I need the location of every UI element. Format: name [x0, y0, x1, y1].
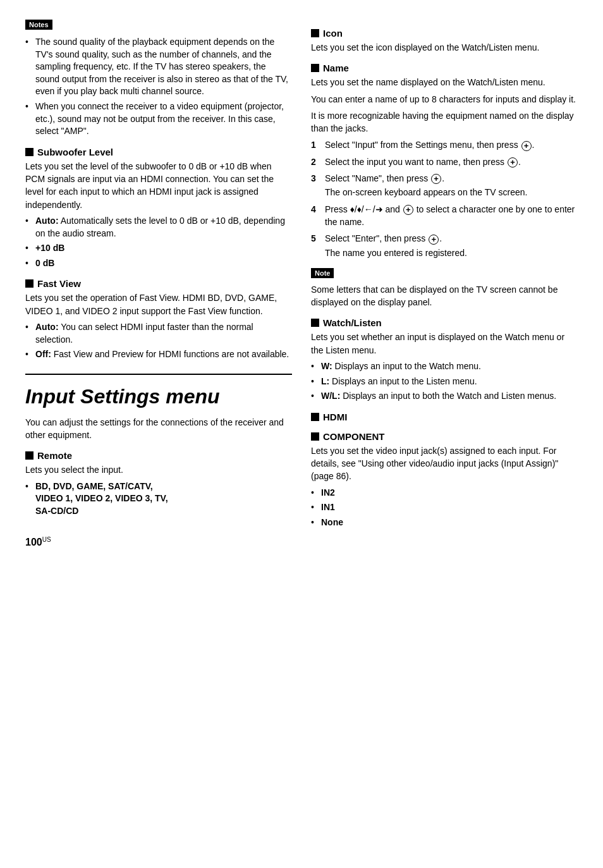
hdmi-icon — [311, 413, 319, 421]
wl-l: L: Displays an input to the Listen menu. — [311, 376, 578, 388]
name-section: Name Lets you set the name displayed on … — [311, 63, 578, 259]
subwoofer-bullet-list: Auto: Automatically sets the level to 0 … — [25, 215, 292, 269]
comp-in2: IN2 — [311, 487, 578, 499]
circle-plus-3: + — [431, 174, 441, 184]
subwoofer-section: Subwoofer Level Lets you set the level o… — [25, 147, 292, 270]
name-steps-list: Select "Input" from the Settings menu, t… — [311, 138, 578, 259]
subwoofer-heading: Subwoofer Level — [25, 147, 292, 157]
subwoofer-icon — [25, 148, 34, 156]
name-text3: It is more recognizable having the equip… — [311, 109, 578, 135]
component-icon — [311, 432, 319, 441]
circle-plus-4: + — [403, 205, 413, 215]
step-3: Select "Name", then press +. The on-scre… — [311, 172, 578, 199]
fastview-heading: Fast View — [25, 278, 292, 289]
right-column: Icon Lets you set the icon displayed on … — [311, 19, 578, 549]
watchlisten-text: Lets you set whether an input is display… — [311, 331, 578, 357]
note-item-2: When you connect the receiver to a video… — [25, 101, 292, 138]
left-column: Notes The sound quality of the playback … — [25, 19, 292, 549]
remote-heading: Remote — [25, 450, 292, 461]
step-5: Select "Enter", then press +. The name y… — [311, 232, 578, 259]
sub-10db: +10 dB — [25, 242, 292, 255]
subwoofer-text: Lets you set the level of the subwoofer … — [25, 160, 292, 211]
icon-text: Lets you set the icon displayed on the W… — [311, 41, 578, 54]
fastview-section: Fast View Lets you set the operation of … — [25, 278, 292, 360]
note-item-1: The sound quality of the playback equipm… — [25, 36, 292, 98]
wl-wl: W/L: Displays an input to both the Watch… — [311, 390, 578, 403]
name-square-icon — [311, 64, 319, 72]
notes-badge: Notes — [25, 20, 52, 30]
note-text: Some letters that can be displayed on th… — [311, 283, 578, 309]
fv-auto: Auto: You can select HDMI input faster t… — [25, 321, 292, 346]
section-divider — [25, 374, 292, 375]
name-text2: You can enter a name of up to 8 characte… — [311, 93, 578, 106]
notes-section: Notes The sound quality of the playback … — [25, 19, 292, 138]
step-2: Select the input you want to name, then … — [311, 156, 578, 168]
step-5-sub: The name you entered is registered. — [325, 247, 578, 259]
circle-plus-2: + — [508, 157, 518, 168]
page-number: 100US — [25, 536, 292, 548]
icon-heading: Icon — [311, 28, 578, 39]
remote-inputs: BD, DVD, GAME, SAT/CATV,VIDEO 1, VIDEO 2… — [25, 480, 292, 518]
main-desc: You can adjust the settings for the conn… — [25, 416, 292, 442]
remote-icon — [25, 451, 34, 460]
circle-plus-5: + — [429, 235, 439, 245]
sub-0db: 0 dB — [25, 257, 292, 270]
icon-section: Icon Lets you set the icon displayed on … — [311, 28, 578, 54]
remote-bullet-list: BD, DVD, GAME, SAT/CATV,VIDEO 1, VIDEO 2… — [25, 480, 292, 518]
comp-none: None — [311, 517, 578, 529]
circle-plus-1: + — [521, 141, 532, 151]
name-heading: Name — [311, 63, 578, 73]
fastview-icon — [25, 279, 34, 288]
notes-bullet-list: The sound quality of the playback equipm… — [25, 36, 292, 138]
component-text: Lets you set the video input jack(s) ass… — [311, 444, 578, 483]
note-badge: Note — [311, 268, 334, 278]
component-heading: COMPONENT — [311, 431, 578, 442]
main-title: Input Settings menu — [25, 385, 292, 408]
step-3-sub: The on-screen keyboard appears on the TV… — [325, 186, 578, 199]
remote-section: Remote Lets you select the input. BD, DV… — [25, 450, 292, 517]
component-bullet-list: IN2 IN1 None — [311, 487, 578, 529]
sub-auto: Auto: Automatically sets the level to 0 … — [25, 215, 292, 240]
component-section: COMPONENT Lets you set the video input j… — [311, 431, 578, 529]
step-1: Select "Input" from the Settings menu, t… — [311, 138, 578, 151]
watchlisten-heading: Watch/Listen — [311, 317, 578, 328]
watchlisten-icon — [311, 319, 319, 327]
hdmi-section: HDMI — [311, 412, 578, 422]
fastview-text: Lets you set the operation of Fast View.… — [25, 291, 292, 317]
fv-off: Off: Fast View and Preview for HDMI func… — [25, 348, 292, 361]
watchlisten-section: Watch/Listen Lets you set whether an inp… — [311, 317, 578, 402]
icon-square-icon — [311, 29, 319, 37]
watchlisten-bullet-list: W: Displays an input to the Watch menu. … — [311, 360, 578, 403]
comp-in1: IN1 — [311, 501, 578, 514]
remote-text: Lets you select the input. — [25, 463, 292, 476]
wl-w: W: Displays an input to the Watch menu. — [311, 360, 578, 373]
hdmi-heading: HDMI — [311, 412, 578, 422]
step-4: Press ♦/♦/←/➜ and + to select a characte… — [311, 203, 578, 229]
name-text1: Lets you set the name displayed on the W… — [311, 76, 578, 89]
fastview-bullet-list: Auto: You can select HDMI input faster t… — [25, 321, 292, 361]
